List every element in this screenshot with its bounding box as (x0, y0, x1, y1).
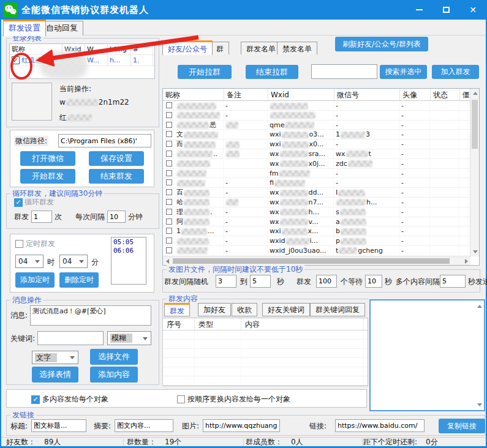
scroll-down-icon[interactable] (473, 250, 478, 253)
link-title-input[interactable] (31, 419, 86, 432)
tab-ban-list[interactable]: 禁发名单 (277, 42, 317, 54)
send-count-input[interactable] (31, 211, 52, 223)
row-checkbox[interactable] (166, 151, 172, 157)
search-select-button[interactable]: 搜索并选中 (380, 65, 427, 79)
multi-content-checkbox[interactable]: ✓ (31, 395, 40, 404)
tab-group-keyword-reply[interactable]: 群关键词回复 (310, 303, 365, 316)
message-textarea[interactable]: 测试消息ad！@#[爱心] (30, 305, 151, 326)
account-checkbox[interactable]: ✓ (12, 56, 20, 64)
scroll-left-icon[interactable] (166, 259, 169, 264)
vertical-scrollbar[interactable] (470, 89, 479, 256)
contact-row[interactable]: 文wxio3...13- (163, 130, 470, 140)
contact-row[interactable]: --- (163, 111, 470, 121)
row-checkbox[interactable] (166, 141, 172, 147)
loop-send-checkbox[interactable]: ✓ (14, 198, 23, 207)
join-send-button[interactable]: 加入群发 (432, 65, 479, 79)
contact-row[interactable]: --- (163, 101, 470, 111)
interval-input[interactable] (107, 211, 126, 223)
contact-row[interactable]: 阿-wxv...a- (163, 217, 470, 227)
preview-textarea[interactable] (369, 299, 485, 411)
tab-groups[interactable]: 群 (211, 42, 229, 54)
contact-row[interactable]: 哈wxn7...h...- (163, 198, 470, 207)
timer-checkbox[interactable] (15, 240, 23, 248)
maximize-button[interactable] (437, 2, 455, 18)
keyword-input[interactable] (37, 331, 104, 345)
multi-interval-input[interactable] (440, 275, 466, 288)
search-input[interactable] (311, 64, 377, 79)
match-mode-select[interactable]: 模糊 (107, 331, 151, 345)
scroll-right-icon[interactable] (465, 259, 468, 264)
tab-auto-reply[interactable]: 自动回复 (40, 21, 83, 35)
row-checkbox[interactable] (166, 209, 172, 215)
delete-timer-button[interactable]: 删除定时 (59, 272, 99, 288)
end-send-button[interactable]: 结束群发 (89, 169, 144, 184)
link-url-input[interactable] (335, 419, 425, 432)
contact-row[interactable]: 理.-wxh...s- (163, 207, 470, 217)
contact-row[interactable]: ..wxsra...wxt- (163, 149, 470, 159)
row-checkbox[interactable] (166, 122, 172, 128)
row-checkbox[interactable] (166, 199, 172, 205)
timer-item[interactable]: 06:06 (113, 247, 144, 255)
contact-row[interactable]: 1...-wxix...b- (163, 226, 470, 236)
tab-friend-keyword[interactable]: 好友关键词 (262, 303, 310, 316)
tab-mass-send[interactable]: 群发 (164, 303, 190, 316)
close-button[interactable]: ✕ (464, 2, 482, 18)
minimize-button[interactable] (410, 2, 428, 18)
batch-count-input[interactable] (316, 275, 337, 288)
link-digest-input[interactable] (115, 419, 173, 432)
wechat-path-input[interactable] (58, 134, 151, 147)
interval-max-input[interactable] (250, 275, 271, 288)
contact-row[interactable]: -wxidi...p- (163, 236, 470, 246)
row-checkbox[interactable] (166, 189, 172, 195)
refresh-list-button[interactable]: 刷新好友/公众号/群列表 (335, 37, 428, 51)
tab-friends[interactable]: 好友/公众号 (162, 40, 213, 55)
row-checkbox[interactable] (166, 170, 172, 176)
scroll-down-icon[interactable] (477, 403, 482, 406)
start-pull-button[interactable]: 开始拉群 (178, 65, 232, 79)
row-checkbox[interactable] (166, 218, 172, 225)
tab-add-friend[interactable]: 加好友 (198, 303, 231, 316)
scrollbar-thumb[interactable] (472, 100, 478, 149)
contact-row[interactable]: 而wxix0...-- (163, 140, 470, 149)
wait-input[interactable] (365, 275, 382, 288)
row-checkbox[interactable] (166, 228, 172, 234)
link-image-input[interactable] (203, 419, 280, 432)
contact-row[interactable]: wxx0j...zdc- (163, 159, 470, 169)
tab-send-list[interactable]: 群发名单 (241, 42, 281, 54)
tab-send-settings[interactable]: 群发设置 (3, 20, 46, 36)
timer-item[interactable]: 05:05 (113, 238, 144, 247)
contact-row[interactable]: -fi-- (163, 178, 470, 188)
horizontal-scrollbar[interactable] (163, 256, 470, 265)
contact-row[interactable]: fm-- (163, 169, 470, 179)
copy-link-button[interactable]: 复制链接 (439, 419, 485, 433)
minute-select[interactable]: 04 (59, 255, 88, 268)
scroll-up-icon[interactable] (473, 92, 478, 95)
contact-row[interactable]: 百-wxdd...I- (163, 188, 470, 198)
hour-select[interactable]: 04 (15, 255, 43, 268)
interval-min-input[interactable] (216, 275, 236, 288)
open-wechat-button[interactable]: 打开微信 (20, 151, 75, 166)
end-pull-button[interactable]: 结束拉群 (246, 65, 298, 79)
censored-blur (286, 238, 309, 245)
row-checkbox[interactable] (166, 131, 172, 137)
start-send-button[interactable]: 开始群发 (20, 169, 75, 184)
content-type-select[interactable]: 文字 (32, 351, 78, 364)
sequential-checkbox[interactable] (177, 395, 185, 403)
scroll-up-icon[interactable] (477, 305, 482, 308)
row-checkbox[interactable] (166, 179, 172, 185)
contact-row[interactable]: 悉qme-- (163, 121, 470, 130)
row-checkbox[interactable] (166, 102, 172, 108)
add-timer-button[interactable]: 添加定时 (15, 272, 55, 288)
tab-payment[interactable]: 收款 (232, 303, 257, 316)
row-checkbox[interactable] (166, 160, 172, 166)
select-emoji-button[interactable]: 选择表情 (32, 367, 78, 383)
save-settings-button[interactable]: 保存设置 (89, 151, 144, 166)
add-content-button[interactable]: 添加内容 (90, 367, 138, 383)
timer-list[interactable]: 05:0506:06 (111, 237, 146, 285)
scrollbar-thumb[interactable] (173, 258, 450, 264)
row-checkbox[interactable] (166, 112, 172, 118)
row-checkbox[interactable] (166, 237, 172, 244)
row-checkbox[interactable] (166, 247, 172, 253)
contact-row[interactable]: -wxid_j0ou3uao...tgcheng- (163, 246, 470, 256)
select-file-button[interactable]: 选择文件 (90, 349, 138, 365)
